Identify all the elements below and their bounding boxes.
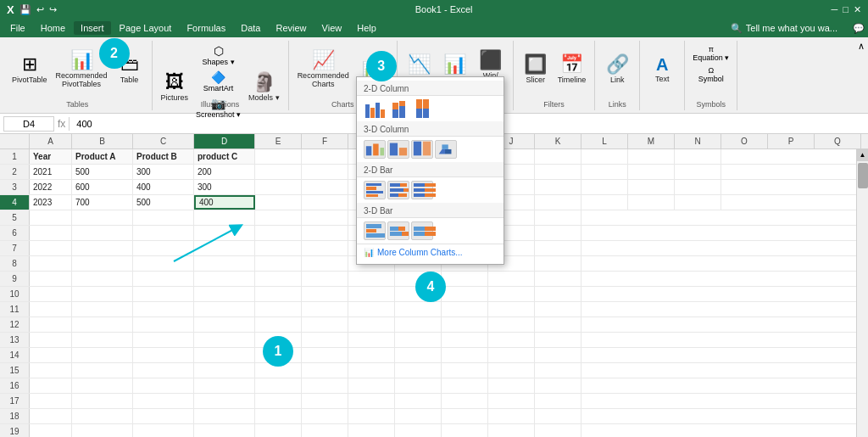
col-header-f[interactable]: F bbox=[302, 134, 348, 148]
cell-k7[interactable] bbox=[535, 241, 581, 255]
cell-d1[interactable]: product C bbox=[194, 149, 255, 164]
row-num-5[interactable]: 5 bbox=[0, 210, 30, 225]
cell-i11[interactable] bbox=[442, 302, 488, 317]
row-num-4[interactable]: 4 bbox=[0, 195, 30, 210]
cell-b18[interactable] bbox=[72, 409, 133, 423]
cell-e14[interactable] bbox=[255, 348, 302, 362]
cell-a15[interactable] bbox=[30, 363, 72, 378]
cell-k15[interactable] bbox=[535, 363, 581, 378]
link-button[interactable]: 🔗 Link bbox=[600, 53, 634, 87]
slicer-button[interactable]: 🔲 Slicer bbox=[519, 53, 553, 87]
cell-h9[interactable] bbox=[395, 272, 442, 286]
cell-b13[interactable] bbox=[72, 333, 133, 347]
row-num-8[interactable]: 8 bbox=[0, 256, 30, 271]
cell-c19[interactable] bbox=[133, 424, 194, 437]
cell-d5[interactable] bbox=[194, 210, 255, 225]
cell-e16[interactable] bbox=[255, 378, 302, 393]
cell-f15[interactable] bbox=[302, 363, 348, 378]
cell-k3[interactable] bbox=[535, 180, 581, 194]
menu-file[interactable]: File bbox=[3, 21, 32, 35]
cell-e9[interactable] bbox=[255, 272, 302, 286]
cell-d2[interactable]: 200 bbox=[194, 165, 255, 179]
recommended-pivot-tables-button[interactable]: 📊 RecommendedPivotTables 2 bbox=[53, 48, 111, 91]
cell-g9[interactable] bbox=[348, 272, 395, 286]
cell-k6[interactable] bbox=[535, 226, 581, 240]
cell-b4[interactable]: 700 bbox=[72, 195, 133, 210]
cell-k17[interactable] bbox=[535, 394, 581, 408]
cell-d14[interactable] bbox=[194, 348, 255, 362]
cell-a13[interactable] bbox=[30, 333, 72, 347]
cell-a14[interactable] bbox=[30, 348, 72, 362]
cell-d9[interactable] bbox=[194, 272, 255, 286]
cell-e1[interactable] bbox=[255, 149, 302, 164]
cell-h12[interactable] bbox=[395, 317, 442, 332]
cell-b7[interactable] bbox=[72, 241, 133, 255]
pivot-table-button[interactable]: ⊞ PivotTable bbox=[8, 53, 51, 87]
col-header-l[interactable]: L bbox=[581, 134, 628, 148]
cell-i19[interactable] bbox=[442, 424, 488, 437]
cell-c13[interactable] bbox=[133, 333, 194, 347]
cell-e19[interactable] bbox=[255, 424, 302, 437]
cell-n1[interactable] bbox=[675, 149, 721, 164]
close-icon[interactable]: ✕ bbox=[854, 4, 861, 15]
cell-e18[interactable] bbox=[255, 409, 302, 423]
cell-j15[interactable] bbox=[488, 363, 535, 378]
cell-e4[interactable] bbox=[255, 195, 302, 210]
shapes-button[interactable]: ⬡ Shapes ▾ bbox=[193, 42, 243, 68]
row-num-1[interactable]: 1 bbox=[0, 149, 30, 164]
cell-e17[interactable] bbox=[255, 394, 302, 408]
cell-c15[interactable] bbox=[133, 363, 194, 378]
cell-a19[interactable] bbox=[30, 424, 72, 437]
cell-a5[interactable] bbox=[30, 210, 72, 225]
cell-d12[interactable] bbox=[194, 317, 255, 332]
name-box[interactable] bbox=[3, 116, 54, 132]
cell-j13[interactable] bbox=[488, 333, 535, 347]
cell-f13[interactable] bbox=[302, 333, 348, 347]
cell-b1[interactable]: Product A bbox=[72, 149, 133, 164]
cell-d6[interactable] bbox=[194, 226, 255, 240]
scroll-track[interactable] bbox=[857, 161, 869, 437]
cell-j18[interactable] bbox=[488, 409, 535, 423]
cell-f14[interactable] bbox=[302, 348, 348, 362]
cell-b6[interactable] bbox=[72, 226, 133, 240]
cell-n4[interactable] bbox=[675, 195, 721, 210]
smartart-button[interactable]: 🔷 SmartArt bbox=[193, 69, 243, 94]
cell-k5[interactable] bbox=[535, 210, 581, 225]
cell-i10[interactable] bbox=[442, 287, 488, 301]
cell-b14[interactable] bbox=[72, 348, 133, 362]
row-num-17[interactable]: 17 bbox=[0, 394, 30, 408]
cell-m3[interactable] bbox=[628, 180, 675, 194]
cell-e15[interactable] bbox=[255, 363, 302, 378]
cell-k14[interactable] bbox=[535, 348, 581, 362]
cell-i13[interactable] bbox=[442, 333, 488, 347]
cell-g13[interactable] bbox=[348, 333, 395, 347]
cell-b12[interactable] bbox=[72, 317, 133, 332]
menu-formulas[interactable]: Formulas bbox=[180, 21, 232, 35]
cell-j10[interactable] bbox=[488, 287, 535, 301]
menu-search[interactable]: 🔍 Tell me what you wa... bbox=[724, 21, 844, 36]
col-header-a[interactable]: A bbox=[30, 134, 72, 148]
cell-k12[interactable] bbox=[535, 317, 581, 332]
cell-b3[interactable]: 600 bbox=[72, 180, 133, 194]
col-header-b[interactable]: B bbox=[72, 134, 133, 148]
cell-b5[interactable] bbox=[72, 210, 133, 225]
cell-j9[interactable] bbox=[488, 272, 535, 286]
row-num-19[interactable]: 19 bbox=[0, 424, 30, 437]
cell-d15[interactable] bbox=[194, 363, 255, 378]
cell-k18[interactable] bbox=[535, 409, 581, 423]
cell-n3[interactable] bbox=[675, 180, 721, 194]
cell-f11[interactable] bbox=[302, 302, 348, 317]
cell-a18[interactable] bbox=[30, 409, 72, 423]
cell-e10[interactable] bbox=[255, 287, 302, 301]
more-column-charts-link[interactable]: 📊 More Column Charts... bbox=[357, 244, 504, 261]
menu-review[interactable]: Review bbox=[269, 21, 313, 35]
cell-d4[interactable]: 400 bbox=[194, 195, 255, 210]
cell-f5[interactable] bbox=[302, 210, 348, 225]
cell-c5[interactable] bbox=[133, 210, 194, 225]
cell-f12[interactable] bbox=[302, 317, 348, 332]
cell-i18[interactable] bbox=[442, 409, 488, 423]
cell-f1[interactable] bbox=[302, 149, 348, 164]
cell-d13[interactable] bbox=[194, 333, 255, 347]
cell-e11[interactable] bbox=[255, 302, 302, 317]
cell-h16[interactable] bbox=[395, 378, 442, 393]
